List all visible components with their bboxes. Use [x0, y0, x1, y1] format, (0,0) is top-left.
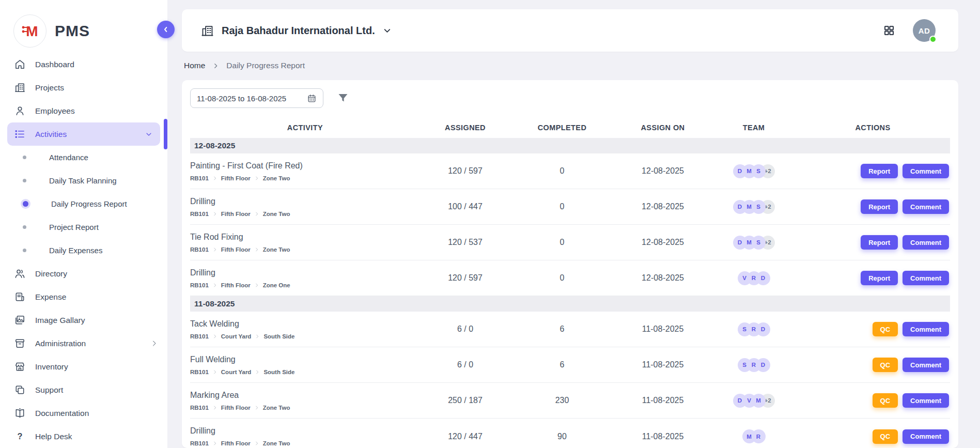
team-avatars: MR [712, 429, 796, 443]
sidebar-subitem-daily-expenses[interactable]: Daily Expenses [0, 239, 167, 262]
chevron-right-icon [212, 405, 217, 410]
breadcrumb-home[interactable]: Home [184, 61, 205, 70]
path-segment: Zone Two [263, 211, 290, 217]
comment-button[interactable]: Comment [903, 393, 949, 408]
comment-button[interactable]: Comment [903, 429, 949, 444]
report-button[interactable]: Report [861, 235, 898, 250]
report-button[interactable]: Report [861, 199, 898, 214]
activity-location-path: RB101Fifth FloorZone Two [190, 175, 415, 181]
chevron-down-icon [382, 26, 392, 36]
breadcrumb: Home Daily Progress Report [184, 61, 305, 70]
activity-title: Tack Welding [190, 319, 415, 329]
comment-button[interactable]: Comment [903, 164, 949, 178]
path-segment: South Side [263, 333, 294, 339]
sidebar-item-label: Documentation [35, 409, 89, 418]
column-header-assign-on: ASSIGN ON [614, 123, 712, 132]
comment-button[interactable]: Comment [903, 235, 949, 250]
sidebar-item-employees[interactable]: Employees [0, 99, 167, 122]
path-segment: Fifth Floor [221, 440, 251, 446]
row-actions: ReportComment [796, 199, 950, 214]
sidebar-item-projects[interactable]: Projects [0, 76, 167, 99]
submenu-dot-icon [23, 225, 26, 229]
comment-button[interactable]: Comment [903, 322, 949, 336]
logo-m-icon: M [13, 14, 46, 48]
assigned-value: 120 / 537 [420, 238, 510, 247]
comment-button[interactable]: Comment [903, 199, 949, 214]
sidebar-item-label: Expense [35, 292, 66, 302]
activity-cell: Marking AreaRB101Fifth FloorZone Two [190, 391, 420, 411]
chevron-right-icon [254, 247, 259, 252]
team-avatars: VRD [712, 271, 796, 285]
path-segment: RB101 [190, 440, 209, 446]
activity-location-path: RB101Fifth FloorZone Two [190, 440, 415, 446]
completed-value: 90 [510, 432, 614, 441]
qc-button[interactable]: QC [873, 322, 898, 336]
sidebar-item-directory[interactable]: Directory [0, 262, 167, 285]
path-segment: Zone One [263, 282, 290, 288]
sidebar-subitem-label: Project Report [49, 223, 99, 231]
date-range-picker[interactable] [190, 88, 323, 108]
calendar-icon [307, 94, 317, 103]
list-icon [13, 128, 26, 141]
chevron-right-icon [212, 283, 217, 288]
qc-button[interactable]: QC [873, 393, 898, 408]
date-group-header: 11-08-2025 [190, 296, 950, 312]
path-segment: Fifth Floor [221, 211, 251, 217]
sidebar-item-inventory[interactable]: Inventory [0, 355, 167, 378]
sidebar-item-activities[interactable]: Activities [7, 122, 160, 146]
apps-grid-icon[interactable] [883, 24, 895, 37]
top-header: Raja Bahadur International Ltd. AD [182, 9, 958, 52]
sidebar-subitem-daily-task-planning[interactable]: Daily Task Planning [0, 169, 167, 192]
svg-text:?: ? [17, 431, 22, 441]
activity-cell: DrillingRB101Fifth FloorZone Two [190, 197, 420, 217]
report-button[interactable]: Report [861, 271, 898, 285]
submenu-dot-icon [23, 156, 26, 159]
path-segment: Zone Two [263, 246, 290, 253]
date-range-input[interactable] [197, 94, 303, 103]
sidebar-menu: DashboardProjectsEmployeesActivitiesAtte… [0, 53, 167, 448]
comment-button[interactable]: Comment [903, 271, 949, 285]
sidebar-subitem-label: Attendance [49, 153, 88, 162]
user-avatar[interactable]: AD [913, 19, 936, 42]
sidebar-subitem-daily-progress-report[interactable]: Daily Progress Report [0, 192, 167, 215]
sidebar-item-image-gallary[interactable]: Image Gallary [0, 308, 167, 332]
team-member-avatar: S [738, 322, 752, 336]
activity-title: Drilling [190, 426, 415, 436]
completed-value: 230 [510, 396, 614, 405]
sidebar-item-help-desk[interactable]: ?Help Desk [0, 425, 167, 448]
sidebar-item-dashboard[interactable]: Dashboard [0, 53, 167, 76]
row-actions: QCComment [796, 429, 950, 444]
completed-value: 6 [510, 360, 614, 369]
home-icon [13, 58, 26, 71]
sidebar-collapse-button[interactable] [157, 21, 175, 38]
sidebar-subitem-attendance[interactable]: Attendance [0, 146, 167, 169]
team-avatars: SRD [712, 358, 796, 372]
sidebar-item-expense[interactable]: Expense [0, 285, 167, 308]
buildings-icon [13, 82, 26, 94]
company-selector[interactable]: Raja Bahadur International Ltd. [200, 24, 392, 38]
progress-table: 12-08-2025Painting - First Coat (Fire Re… [190, 138, 950, 448]
sidebar-item-label: Inventory [35, 362, 68, 372]
chevron-right-icon [254, 283, 259, 288]
activity-title: Drilling [190, 268, 415, 277]
comment-button[interactable]: Comment [903, 358, 949, 372]
sidebar-subitem-label: Daily Progress Report [51, 199, 127, 208]
sidebar-item-label: Directory [35, 269, 67, 279]
chevron-right-icon [254, 211, 259, 217]
app-name: PMS [55, 22, 90, 40]
filter-funnel-icon[interactable] [337, 92, 349, 104]
sidebar-item-administration[interactable]: Administration [0, 332, 167, 355]
sidebar: M PMS DashboardProjectsEmployeesActiviti… [0, 0, 167, 448]
sidebar-subitem-project-report[interactable]: Project Report [0, 215, 167, 239]
column-header-actions: ACTIONS [796, 123, 950, 132]
sidebar-item-support[interactable]: Support [0, 378, 167, 401]
sidebar-item-documentation[interactable]: Documentation [0, 401, 167, 425]
path-segment: Court Yard [221, 369, 252, 375]
assign-on-date: 11-08-2025 [614, 360, 712, 369]
completed-value: 0 [510, 238, 614, 247]
store-icon [13, 361, 26, 373]
qc-button[interactable]: QC [873, 358, 898, 372]
report-button[interactable]: Report [861, 164, 898, 178]
qc-button[interactable]: QC [873, 429, 898, 444]
svg-text:M: M [26, 23, 38, 39]
